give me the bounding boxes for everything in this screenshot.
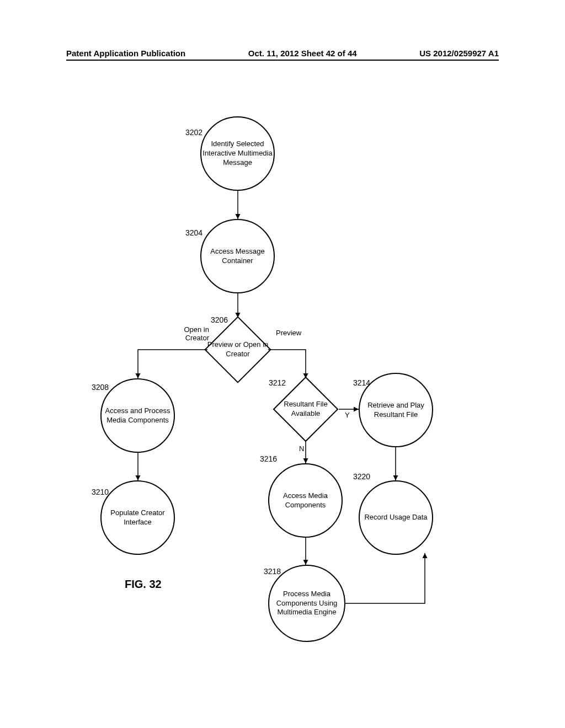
header-right: US 2012/0259927 A1 xyxy=(419,49,499,58)
ref-3206: 3206 xyxy=(211,315,228,324)
node-3220: Record Usage Data xyxy=(359,480,433,555)
edge-label-preview: Preview xyxy=(276,329,301,337)
figure-label: FIG. 32 xyxy=(125,578,162,591)
node-text: Access Message Container xyxy=(201,247,274,266)
ref-3208: 3208 xyxy=(92,383,109,392)
node-3202: Identify Selected Interactive Multimedia… xyxy=(200,116,275,191)
node-text: Retrieve and Play Resultant File xyxy=(360,401,432,420)
node-3212: Resultant File Available xyxy=(282,386,329,432)
node-text: Identify Selected Interactive Multimedia… xyxy=(201,140,274,168)
edge-label-y: Y xyxy=(345,411,350,419)
ref-3220: 3220 xyxy=(353,472,370,481)
header-center: Oct. 11, 2012 Sheet 42 of 44 xyxy=(248,49,357,58)
node-3206: Preview or Open in Creator xyxy=(214,326,262,373)
ref-3204: 3204 xyxy=(185,228,202,237)
edge-label-open-in-creator: Open in Creator xyxy=(176,325,209,342)
node-text: Access Media Components xyxy=(269,491,342,510)
node-text: Access and Process Media Components xyxy=(102,406,174,425)
node-3204: Access Message Container xyxy=(200,219,275,293)
header-left: Patent Application Publication xyxy=(66,49,185,58)
ref-3212: 3212 xyxy=(269,378,286,387)
header-rule xyxy=(66,60,499,61)
node-text: Resultant File Available xyxy=(273,400,339,419)
node-text: Preview or Open in Creator xyxy=(204,340,271,359)
edge-label-n: N xyxy=(299,445,304,453)
ref-3216: 3216 xyxy=(260,454,277,463)
node-text: Populate Creator Interface xyxy=(102,508,174,527)
page-header: Patent Application Publication Oct. 11, … xyxy=(0,49,565,58)
node-3210: Populate Creator Interface xyxy=(100,480,175,555)
node-3216: Access Media Components xyxy=(268,463,343,538)
ref-3218: 3218 xyxy=(264,567,281,576)
node-3218: Process Media Components Using Multimedi… xyxy=(268,565,345,642)
node-text: Record Usage Data xyxy=(364,513,427,522)
ref-3214: 3214 xyxy=(353,378,370,387)
ref-3202: 3202 xyxy=(185,128,202,137)
node-3208: Access and Process Media Components xyxy=(100,378,175,453)
ref-3210: 3210 xyxy=(92,488,109,496)
node-text: Process Media Components Using Multimedi… xyxy=(269,590,344,618)
